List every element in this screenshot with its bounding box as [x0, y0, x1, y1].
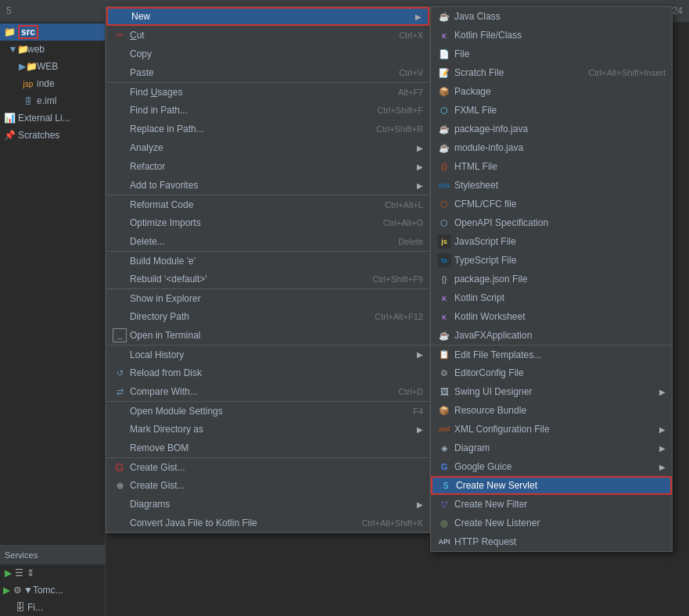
- folder-icon: 📁: [3, 26, 16, 38]
- menu-item-dir-path[interactable]: Directory Path Ctrl+Alt+F12: [106, 307, 429, 326]
- tree-item-web-sub[interactable]: ▶📁 WEB: [0, 58, 105, 75]
- css-label: Stylesheet: [454, 180, 666, 191]
- menu-item-find-usages[interactable]: Find Usages Alt+F7: [106, 82, 429, 101]
- tree-item-index[interactable]: jsp inde: [0, 75, 105, 92]
- list-icon[interactable]: ☰: [15, 568, 23, 578]
- menu-item-convert-kotlin[interactable]: Convert Java File to Kotlin File Ctrl+Al…: [106, 514, 429, 532]
- menu-item-local-history[interactable]: Local History ▶: [106, 345, 429, 364]
- menu-item-create-gist-red[interactable]: G Create Gist...: [106, 457, 429, 476]
- menu-item-rebuild[interactable]: Rebuild '<default>' Ctrl+Shift+F9: [106, 270, 429, 288]
- menu-item-delete[interactable]: Delete... Delete: [106, 232, 429, 251]
- menu-item-favorites[interactable]: Add to Favorites ▶: [106, 176, 429, 195]
- tree-item-scratches[interactable]: 📌 Scratches: [0, 127, 105, 144]
- run-icon[interactable]: ▶: [5, 568, 12, 578]
- mark-dir-icon: [113, 422, 127, 436]
- tree-item-src[interactable]: 📁 src: [0, 23, 105, 41]
- menu-item-cut[interactable]: ✂ Cut Ctrl+X: [106, 26, 429, 45]
- menu-item-analyze[interactable]: Analyze ▶: [106, 138, 429, 157]
- listener-icon: ◎: [437, 516, 451, 530]
- submenu-javafx[interactable]: ☕ JavaFXApplication: [431, 326, 672, 345]
- tree-item-iml[interactable]: 🗄 e.iml: [0, 92, 105, 109]
- web-label: web: [27, 44, 45, 55]
- submenu-http-request[interactable]: API HTTP Request: [431, 532, 672, 551]
- split-icon[interactable]: ⇕: [27, 568, 34, 578]
- submenu-editorconfig[interactable]: ⚙ EditorConfig File: [431, 364, 672, 382]
- menu-item-mark-dir[interactable]: Mark Directory as ▶: [106, 420, 429, 439]
- menu-item-diagrams[interactable]: Diagrams ▶: [106, 495, 429, 514]
- submenu-kotlin-worksheet[interactable]: κ Kotlin Worksheet: [431, 307, 672, 326]
- create-gist-gh-label: Create Gist...: [130, 480, 423, 491]
- google-guice-arrow: ▶: [659, 463, 666, 471]
- submenu-cfml[interactable]: ⬡ CFML/CFC file: [431, 195, 672, 213]
- tree-item-external[interactable]: 📊 External Li...: [0, 109, 105, 127]
- folder-icon-web-sub: ▶📁: [22, 60, 34, 73]
- refactor-icon: [113, 159, 127, 174]
- create-listener-label: Create New Listener: [454, 518, 666, 528]
- menu-item-find-path[interactable]: Find in Path... Ctrl+Shift+F: [106, 101, 429, 120]
- submenu-module-info[interactable]: ☕ module-info.java: [431, 138, 672, 157]
- run-btn[interactable]: ▶: [3, 585, 10, 596]
- menu-item-remove-bom[interactable]: Remove BOM: [106, 439, 429, 457]
- menu-item-replace-path[interactable]: Replace in Path... Ctrl+Shift+R: [106, 120, 429, 138]
- submenu-css[interactable]: css Stylesheet: [431, 176, 672, 195]
- submenu-html[interactable]: ⟨⟩ HTML File: [431, 157, 672, 176]
- submenu-openapi[interactable]: ⬡ OpenAPI Specification: [431, 213, 672, 232]
- google-guice-icon: G: [437, 460, 451, 474]
- submenu-google-guice[interactable]: G Google Guice ▶: [431, 457, 672, 476]
- gist-red-icon: G: [113, 460, 127, 475]
- menu-item-terminal[interactable]: _ Open in Terminal: [106, 326, 429, 345]
- services-file-item[interactable]: 🗄 Fi...: [0, 599, 106, 616]
- menu-item-show-explorer[interactable]: Show in Explorer: [106, 288, 429, 307]
- submenu-package[interactable]: 📦 Package: [431, 82, 672, 101]
- copy-icon: [113, 47, 127, 61]
- services-panel: Services ▶ ☰ ⇕ ▶ ⚙ ▼ Tomc... 🗄 Fi...: [0, 545, 106, 616]
- fxml-icon: ⬡: [437, 103, 451, 117]
- services-run-icon[interactable]: ▶ ⚙ ▼ Tomc...: [0, 582, 106, 599]
- submenu-xml-config[interactable]: xml XML Configuration File ▶: [431, 420, 672, 439]
- menu-item-paste[interactable]: Paste Ctrl+V: [106, 63, 429, 82]
- menu-item-refactor[interactable]: Refactor ▶: [106, 157, 429, 176]
- submenu-fxml[interactable]: ⬡ FXML File: [431, 101, 672, 120]
- submenu-ts[interactable]: ts TypeScript File: [431, 251, 672, 270]
- submenu-java-class[interactable]: ☕ Java Class: [431, 7, 672, 26]
- submenu-js[interactable]: js JavaScript File: [431, 232, 672, 251]
- submenu-resource-bundle[interactable]: 📦 Resource Bundle: [431, 401, 672, 420]
- menu-item-copy[interactable]: Copy: [106, 45, 429, 63]
- submenu-file[interactable]: 📄 File: [431, 45, 672, 63]
- analyze-label: Analyze: [130, 142, 414, 153]
- fi-label: Fi...: [27, 602, 43, 613]
- reload-label: Reload from Disk: [130, 367, 423, 378]
- submenu-package-info[interactable]: ☕ package-info.java: [431, 120, 672, 138]
- submenu-edit-templates[interactable]: 📋 Edit File Templates...: [431, 345, 672, 364]
- menu-item-compare[interactable]: ⇄ Compare With... Ctrl+D: [106, 382, 429, 401]
- replace-path-label: Replace in Path...: [130, 124, 361, 134]
- convert-kotlin-icon: [113, 516, 127, 530]
- menu-item-optimize[interactable]: Optimize Imports Ctrl+Alt+O: [106, 213, 429, 232]
- paste-icon: [113, 66, 127, 80]
- openapi-icon: ⬡: [437, 216, 451, 230]
- submenu-kotlin-script[interactable]: κ Kotlin Script: [431, 288, 672, 307]
- copy-label: Copy: [130, 48, 423, 59]
- submenu-json[interactable]: {} package.json File: [431, 270, 672, 288]
- kotlin-class-icon: κ: [437, 28, 451, 42]
- tree-item-web[interactable]: ▼📁 web: [0, 41, 105, 58]
- menu-item-module-settings[interactable]: Open Module Settings F4: [106, 401, 429, 420]
- submenu-kotlin-class[interactable]: κ Kotlin File/Class: [431, 26, 672, 45]
- xml-config-label: XML Configuration File: [454, 424, 656, 435]
- submenu-diagram[interactable]: ◈ Diagram ▶: [431, 439, 672, 457]
- menu-item-create-gist-gh[interactable]: ⊕ Create Gist...: [106, 476, 429, 495]
- menu-item-new[interactable]: New ▶: [106, 7, 429, 26]
- menu-item-build[interactable]: Build Module 'e': [106, 251, 429, 270]
- context-menu: New ▶ ✂ Cut Ctrl+X Copy Paste Ctrl+V Fin…: [106, 6, 430, 533]
- menu-item-reformat[interactable]: Reformat Code Ctrl+Alt+L: [106, 195, 429, 213]
- project-sidebar: 1: Project 📁 src ▼📁 web ▶📁 WEB jsp inde …: [0, 0, 106, 616]
- javafx-icon: ☕: [437, 328, 451, 342]
- menu-item-reload[interactable]: ↺ Reload from Disk: [106, 364, 429, 382]
- submenu-scratch-file[interactable]: 📝 Scratch File Ctrl+Alt+Shift+Insert: [431, 63, 672, 82]
- submenu-create-listener[interactable]: ◎ Create New Listener: [431, 514, 672, 532]
- submenu-create-servlet[interactable]: S Create New Servlet: [431, 476, 672, 495]
- optimize-label: Optimize Imports: [130, 217, 368, 228]
- find-path-icon: [113, 103, 127, 117]
- submenu-swing[interactable]: 🖼 Swing UI Designer ▶: [431, 382, 672, 401]
- submenu-create-filter[interactable]: ▽ Create New Filter: [431, 495, 672, 514]
